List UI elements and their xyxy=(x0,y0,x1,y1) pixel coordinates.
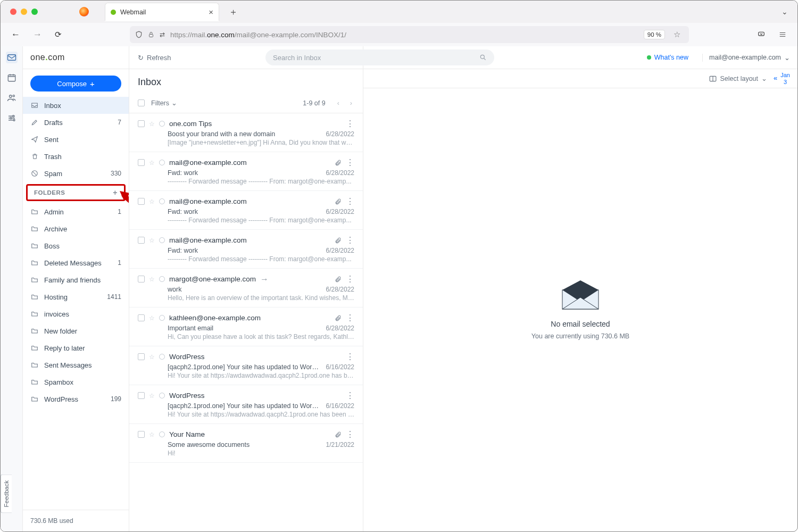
read-status-icon[interactable] xyxy=(159,431,165,437)
message-item[interactable]: ☆ WordPress ⋮ [qacph2.1prod.one] Your si… xyxy=(129,385,363,424)
message-item[interactable]: ☆ mail@one-example.com ⋮ Fwd: work 6/28/… xyxy=(129,152,363,191)
rail-contacts-icon[interactable] xyxy=(6,92,18,104)
rail-settings-icon[interactable] xyxy=(6,112,18,124)
message-menu-icon[interactable]: ⋮ xyxy=(346,274,354,284)
bookmark-star-icon[interactable]: ☆ xyxy=(670,30,684,39)
close-window-button[interactable] xyxy=(10,9,16,15)
read-status-icon[interactable] xyxy=(159,354,165,360)
folder-family-and-friends[interactable]: Family and friends xyxy=(23,271,129,288)
message-item[interactable]: ☆ WordPress ⋮ [qacph2.1prod.one] Your si… xyxy=(129,346,363,385)
folder-trash[interactable]: Trash xyxy=(23,148,129,165)
whats-new-link[interactable]: What's new xyxy=(647,54,688,61)
read-status-icon[interactable] xyxy=(159,121,165,127)
folder-new-folder[interactable]: New folder xyxy=(23,322,129,339)
folder-sent-messages[interactable]: Sent Messages xyxy=(23,356,129,373)
star-icon[interactable]: ☆ xyxy=(149,120,155,128)
read-status-icon[interactable] xyxy=(159,315,165,321)
folder-inbox[interactable]: Inbox xyxy=(23,97,129,114)
rail-calendar-icon[interactable] xyxy=(6,72,18,84)
folder-archive[interactable]: Archive xyxy=(23,220,129,237)
message-checkbox[interactable] xyxy=(138,198,145,205)
message-menu-icon[interactable]: ⋮ xyxy=(346,119,354,129)
select-layout-button[interactable]: Select layout ⌄ xyxy=(709,74,767,82)
folder-hosting[interactable]: Hosting1411 xyxy=(23,288,129,305)
message-checkbox[interactable] xyxy=(138,159,145,166)
pocket-icon[interactable] xyxy=(754,30,769,39)
folder-reply-to-later[interactable]: Reply to later xyxy=(23,339,129,356)
account-menu[interactable]: mail@one-example.com ⌄ xyxy=(702,54,790,62)
url-box[interactable]: ⇄ https://mail.one.com/mail@one-example.… xyxy=(130,26,689,43)
folder-spam[interactable]: Spam330 xyxy=(23,165,129,182)
message-item[interactable]: ☆ margot@one-example.com → ⋮ work 6/28/2… xyxy=(129,269,363,307)
hamburger-menu-icon[interactable] xyxy=(775,31,790,38)
message-menu-icon[interactable]: ⋮ xyxy=(346,313,354,323)
message-item[interactable]: ☆ kathleen@one-example.com ⋮ Important e… xyxy=(129,307,363,346)
folder-boss[interactable]: Boss xyxy=(23,237,129,254)
add-folder-button[interactable]: + xyxy=(113,188,118,197)
message-checkbox[interactable] xyxy=(138,314,145,321)
feedback-tab[interactable]: Feedback xyxy=(1,475,12,513)
star-icon[interactable]: ☆ xyxy=(149,237,155,244)
compose-label: Compose xyxy=(57,80,87,88)
folder-label: Trash xyxy=(44,153,62,161)
star-icon[interactable]: ☆ xyxy=(149,276,155,283)
folder-deleted-messages[interactable]: Deleted Messages1 xyxy=(23,254,129,271)
read-status-icon[interactable] xyxy=(159,160,165,165)
compose-button[interactable]: Compose + xyxy=(30,76,121,92)
folders-section-header[interactable]: FOLDERS+ xyxy=(26,184,126,201)
star-icon[interactable]: ☆ xyxy=(149,314,155,322)
message-menu-icon[interactable]: ⋮ xyxy=(346,157,354,168)
message-checkbox[interactable] xyxy=(138,392,145,399)
message-checkbox[interactable] xyxy=(138,276,145,282)
read-status-icon[interactable] xyxy=(159,237,165,243)
read-status-icon[interactable] xyxy=(159,276,165,282)
folder-spambox[interactable]: Spambox xyxy=(23,373,129,390)
message-checkbox[interactable] xyxy=(138,237,145,244)
tabs-chevron-icon[interactable]: ⌄ xyxy=(782,7,788,16)
next-page-button[interactable]: › xyxy=(348,99,354,107)
message-checkbox[interactable] xyxy=(138,353,145,360)
star-icon[interactable]: ☆ xyxy=(149,431,155,438)
refresh-button[interactable]: ↻ Refresh xyxy=(138,54,171,62)
refresh-icon: ↻ xyxy=(138,54,144,62)
message-menu-icon[interactable]: ⋮ xyxy=(346,390,354,401)
message-item[interactable]: ☆ Your Name ⋮ Some awesome documents 1/2… xyxy=(129,424,363,463)
maximize-window-button[interactable] xyxy=(31,9,38,15)
rail-mail-icon[interactable] xyxy=(6,52,18,63)
message-item[interactable]: ☆ mail@one-example.com ⋮ Fwd: work 6/28/… xyxy=(129,191,363,230)
forward-button[interactable]: → xyxy=(30,29,45,40)
message-checkbox[interactable] xyxy=(138,120,145,127)
message-menu-icon[interactable]: ⋮ xyxy=(346,429,354,439)
zoom-indicator[interactable]: 90 % xyxy=(644,30,665,39)
star-icon[interactable]: ☆ xyxy=(149,198,155,205)
message-menu-icon[interactable]: ⋮ xyxy=(346,196,354,206)
select-all-checkbox[interactable] xyxy=(138,99,145,106)
back-button[interactable]: ← xyxy=(8,29,23,40)
message-menu-icon[interactable]: ⋮ xyxy=(346,235,354,245)
folder-sent[interactable]: Sent xyxy=(23,131,129,148)
folder-wordpress[interactable]: WordPress199 xyxy=(23,390,129,408)
prev-page-button[interactable]: ‹ xyxy=(335,99,342,107)
message-checkbox[interactable] xyxy=(138,431,145,438)
minimize-window-button[interactable] xyxy=(21,9,27,15)
folder-admin[interactable]: Admin1 xyxy=(23,203,129,220)
folder-invoices[interactable]: invoices xyxy=(23,305,129,322)
new-tab-button[interactable]: ＋ xyxy=(223,6,243,18)
date-nav[interactable]: « Jan 3 xyxy=(774,72,790,85)
star-icon[interactable]: ☆ xyxy=(149,392,155,400)
message-item[interactable]: ☆ one.com Tips ⋮ Boost your brand with a… xyxy=(129,113,363,152)
star-icon[interactable]: ☆ xyxy=(149,159,155,167)
search-input[interactable]: Search in Inbox xyxy=(265,49,494,65)
tab-close-button[interactable]: × xyxy=(209,7,213,16)
read-status-icon[interactable] xyxy=(159,198,165,204)
read-status-icon[interactable] xyxy=(159,393,165,398)
folder-label: Reply to later xyxy=(44,344,85,352)
folder-drafts[interactable]: Drafts7 xyxy=(23,114,129,131)
browser-tab[interactable]: Webmail × xyxy=(105,3,219,21)
attachment-icon xyxy=(335,237,342,244)
reload-button[interactable]: ⟳ xyxy=(52,30,65,39)
message-menu-icon[interactable]: ⋮ xyxy=(346,352,354,362)
filters-button[interactable]: Filters ⌄ xyxy=(151,99,177,107)
star-icon[interactable]: ☆ xyxy=(149,353,155,361)
message-item[interactable]: ☆ mail@one-example.com ⋮ Fwd: work 6/28/… xyxy=(129,230,363,269)
